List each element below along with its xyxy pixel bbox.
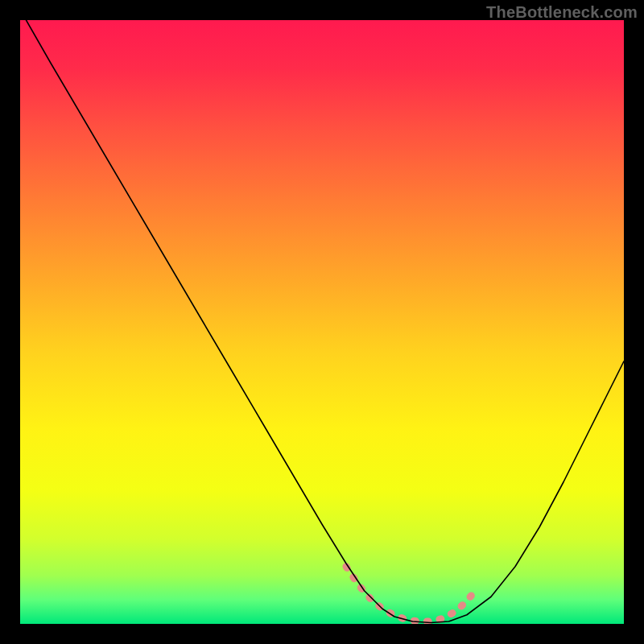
watermark-text: TheBottleneck.com bbox=[486, 3, 638, 22]
gradient-background bbox=[20, 20, 624, 624]
chart-container: TheBottleneck.com bbox=[0, 0, 644, 644]
plot-area bbox=[20, 20, 624, 624]
chart-svg bbox=[20, 20, 624, 624]
